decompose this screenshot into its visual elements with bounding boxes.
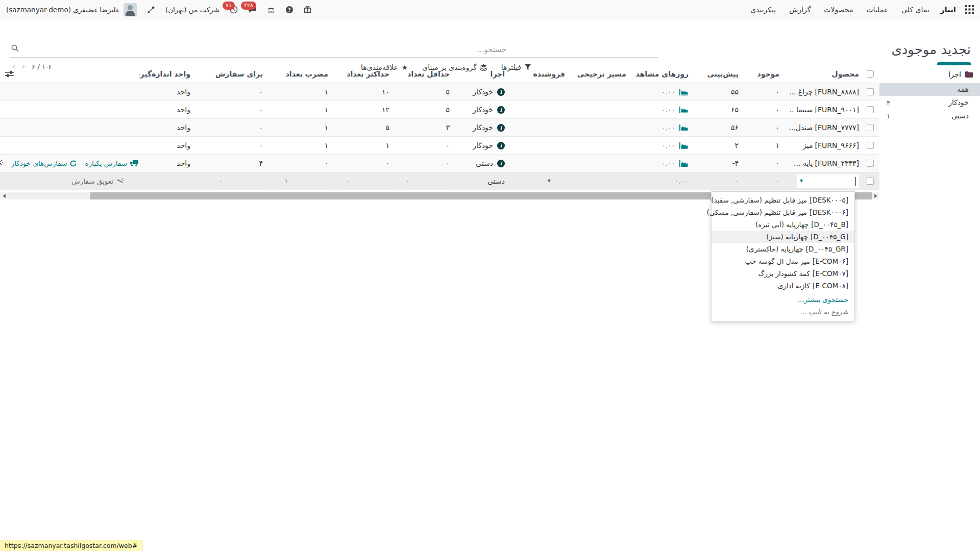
cell-min-qty[interactable]: ۵ (399, 101, 459, 118)
messages-icon[interactable]: ۴۲۸ (248, 6, 257, 13)
cell-min-qty[interactable]: ۰ (399, 137, 459, 154)
cell-product[interactable]: [FURN_۲۳۳۳]پایه ... (789, 155, 861, 172)
cell-min-qty[interactable]: ۵ (399, 83, 459, 101)
cell-to-order[interactable]: ۴ (206, 155, 272, 172)
cell-visibility-days[interactable]: ۰.۰۰ (635, 137, 698, 154)
product-autocomplete-input[interactable]: ▼ (797, 174, 859, 188)
row-checkbox[interactable] (867, 124, 874, 131)
menu-reporting[interactable]: گزارش (782, 6, 817, 14)
gift-icon[interactable] (304, 6, 311, 13)
table-row[interactable]: [FURN_۷۷۷۷]صندل... ۰ ۵۶ ۰.۰۰ iخودکار ۳ ۵… (0, 119, 879, 137)
row-checkbox[interactable] (867, 88, 874, 95)
info-icon[interactable]: i (497, 106, 505, 114)
cell-product[interactable]: [FURN_۷۷۷۷]صندل... (789, 119, 861, 136)
optional-columns-icon[interactable] (5, 70, 14, 78)
activities-clock-icon[interactable]: ۷۱ (230, 6, 238, 14)
cell-max-qty[interactable]: ۱ (337, 137, 399, 154)
scroll-left-arrow-icon[interactable] (0, 192, 8, 199)
cell-to-order-input[interactable]: ۰ (206, 172, 272, 190)
cell-vendor[interactable] (514, 101, 574, 118)
sidebar-item-all[interactable]: همه (879, 83, 980, 96)
dropdown-item[interactable]: [E-COM۰۷]کمد کشودار بزرگ (712, 267, 854, 280)
cell-preferred-route[interactable] (574, 101, 635, 118)
info-icon[interactable]: i (497, 124, 505, 132)
forecast-chart-icon[interactable] (679, 160, 689, 167)
scroll-right-arrow-icon[interactable] (872, 192, 879, 199)
cell-vendor[interactable] (514, 83, 574, 101)
chevron-down-icon[interactable]: ▼ (800, 179, 803, 183)
header-visibility-days[interactable]: روزهای مشاهده (635, 65, 698, 83)
order-once-button[interactable]: سفارش یکباره (85, 159, 138, 167)
header-product[interactable]: محصول (789, 65, 861, 83)
cell-max-qty[interactable]: ۵ (337, 119, 399, 136)
dropdown-item[interactable]: [E-COM۰۸]کازیه اداری (712, 280, 854, 292)
header-preferred-route[interactable]: مسیر ترجیحی (574, 65, 635, 83)
forecast-chart-icon[interactable] (679, 124, 689, 131)
company-switcher[interactable]: شرکت من (تهران) (165, 6, 219, 14)
cell-vendor[interactable] (514, 137, 574, 154)
chevron-down-icon[interactable]: ▼ (548, 179, 551, 183)
table-row[interactable]: [FURN_۸۸۸۸]چراغ ... ۰ ۵۵ ۰.۰۰ iخودکار ۵ … (0, 83, 879, 101)
cell-min-qty[interactable]: ۰ (399, 155, 459, 172)
user-menu[interactable]: علیرضا غضنفری (sazmanyar-demo) (6, 3, 137, 16)
menu-overview[interactable]: نمای کلی (895, 6, 936, 14)
snooze-order-button[interactable]: تعویق سفارش (71, 177, 124, 185)
cell-vendor[interactable] (514, 155, 574, 172)
cell-max-qty[interactable]: ۱۰ (337, 83, 399, 101)
header-trigger[interactable]: اجرا (459, 65, 514, 83)
menu-products[interactable]: محصولات (817, 6, 860, 14)
apps-menu-icon[interactable] (965, 5, 974, 14)
cell-trigger[interactable]: iخودکار (459, 101, 514, 118)
row-checkbox[interactable] (867, 160, 874, 167)
select-all-checkbox[interactable] (867, 70, 874, 78)
cell-multiple-qty-input[interactable]: ۱ (272, 172, 337, 190)
cell-max-qty[interactable]: ۱۲ (337, 101, 399, 118)
dropdown-item[interactable]: [DESK۰۰۰۵]میز قابل تنظیم (سفارشی, سفید) (712, 194, 854, 206)
header-uom[interactable]: واحد اندازه‌گیری (139, 65, 206, 83)
cell-to-order[interactable]: ۰ (206, 119, 272, 136)
debug-tools-icon[interactable] (147, 6, 155, 14)
dropdown-item[interactable]: [DESK۰۰۰۶]میز قابل تنظیم (سفارشی, مشکی) (712, 206, 854, 218)
cell-multiple-qty[interactable]: ۱ (272, 119, 337, 136)
search-placeholder[interactable]: جستجو... (477, 45, 506, 54)
cell-min-qty-input[interactable]: ۰ (399, 172, 459, 190)
menu-operations[interactable]: عملیات (860, 6, 895, 14)
automate-orders-button[interactable]: سفارش‌های خودکار (11, 159, 77, 167)
cell-vendor[interactable] (514, 119, 574, 136)
cell-uom[interactable]: واحد (139, 155, 206, 172)
dropdown-item[interactable]: [D_۰۰۴۵_GR]چهارپایه (خاکستری) (712, 243, 854, 255)
table-row[interactable]: [FURN_۲۳۳۳]پایه ... ۰ -۴ ۰.۰۰ iدستی ۰ ۰ … (0, 155, 879, 172)
header-on-hand[interactable]: موجود (748, 65, 789, 83)
dropdown-item[interactable]: [D_۰۰۴۵_B]چهارپایه (آبی تیره) (712, 218, 854, 231)
header-vendor[interactable]: فروشنده (514, 65, 574, 83)
cell-trigger[interactable]: iدستی (459, 155, 514, 172)
cell-uom[interactable]: واحد (139, 83, 206, 101)
cell-preferred-route[interactable] (574, 137, 635, 154)
cell-preferred-route[interactable] (574, 83, 635, 101)
info-icon[interactable]: i (497, 142, 505, 149)
cell-trigger[interactable]: دستی (459, 172, 514, 190)
cell-to-order[interactable]: ۰ (206, 101, 272, 118)
cell-product-input[interactable]: ▼ (789, 172, 861, 190)
header-forecast[interactable]: پیش‌بینی (698, 65, 748, 83)
info-icon[interactable]: i (497, 160, 505, 167)
table-row-editing[interactable]: ▼ ۰ ۰ ۰.۰۰ ▼ دستی ۰ ۰ ۱ ۰ تعویق سفارش (0, 172, 879, 190)
cell-uom[interactable]: واحد (139, 101, 206, 118)
header-to-order[interactable]: برای سفارش (206, 65, 272, 83)
magic-wand-icon[interactable] (0, 160, 3, 167)
row-checkbox[interactable] (867, 178, 874, 185)
cell-multiple-qty[interactable]: ۰ (272, 155, 337, 172)
cell-preferred-route[interactable] (574, 172, 635, 190)
cell-preferred-route[interactable] (574, 119, 635, 136)
table-row[interactable]: [FURN_۹۰۰۱]سینما ... ۰ ۶۵ ۰.۰۰ iخودکار ۵… (0, 101, 879, 119)
dropdown-item[interactable]: [E-COM۰۶]میز مدل ال گوشه چپ (712, 255, 854, 267)
help-icon[interactable]: ? (285, 6, 293, 14)
forecast-chart-icon[interactable] (679, 107, 689, 113)
cell-visibility-days[interactable]: ۰.۰۰ (635, 119, 698, 136)
sidebar-item-automatic[interactable]: خودکار ۴ (879, 96, 980, 109)
cell-trigger[interactable]: iخودکار (459, 119, 514, 136)
cell-max-qty[interactable]: ۰ (337, 155, 399, 172)
cell-trigger[interactable]: iخودکار (459, 137, 514, 154)
info-icon[interactable]: i (497, 88, 505, 96)
search-input[interactable] (10, 43, 658, 58)
